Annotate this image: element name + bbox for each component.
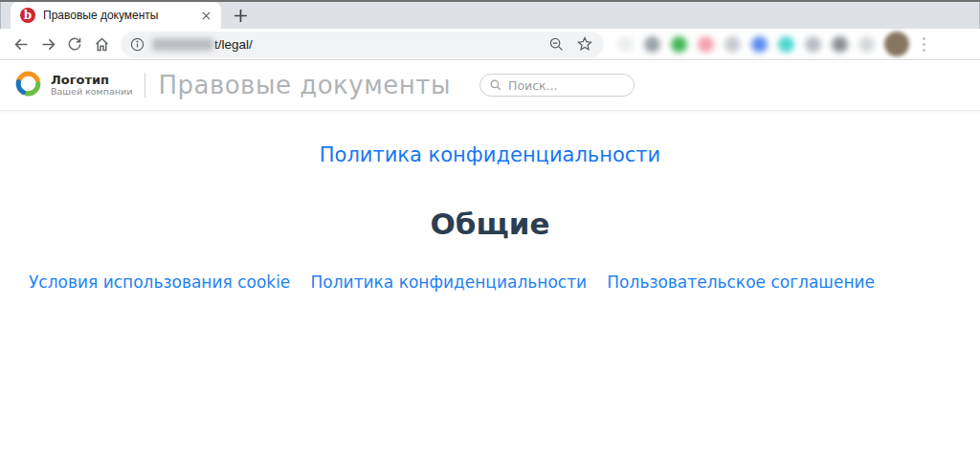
logo-title: Логотип [51, 74, 132, 87]
link-privacy-policy[interactable]: Политика конфиденциальности [311, 273, 588, 292]
extension-icon[interactable] [751, 36, 768, 53]
zoom-out-icon[interactable] [549, 37, 564, 52]
company-logo-icon[interactable] [13, 69, 43, 102]
extension-icon[interactable] [724, 36, 741, 53]
section-heading: Общие [0, 207, 980, 241]
blurred-domain [152, 38, 213, 51]
tab-strip: b Правовые документы [0, 2, 980, 29]
site-header: Логотип Вашей компании Правовые документ… [0, 60, 980, 111]
browser-toolbar: t/legal/ [0, 29, 980, 60]
document-links: Условия использования cookie Политика ко… [0, 273, 980, 292]
extension-icon[interactable] [698, 36, 714, 53]
back-icon[interactable] [8, 31, 34, 57]
site-search-box[interactable] [479, 74, 635, 97]
extensions-area [617, 36, 875, 53]
tab-close-icon[interactable] [198, 8, 213, 23]
logo-text: Логотип Вашей компании [51, 74, 132, 98]
new-tab-button[interactable] [227, 2, 254, 29]
extension-icon[interactable] [778, 36, 794, 53]
tab-title: Правовые документы [43, 9, 198, 22]
section-link-privacy-policy[interactable]: Политика конфиденциальности [0, 143, 980, 166]
link-user-agreement[interactable]: Пользовательское соглашение [607, 273, 875, 292]
profile-avatar[interactable] [884, 32, 909, 56]
extension-icon[interactable] [644, 36, 660, 53]
extension-icon[interactable] [805, 36, 821, 53]
site-favicon-icon: b [20, 8, 35, 23]
search-input[interactable] [508, 78, 624, 93]
home-icon[interactable] [88, 31, 115, 57]
browser-menu-icon[interactable] [919, 33, 929, 55]
link-cookie-terms[interactable]: Условия использования cookie [29, 273, 290, 292]
bookmark-star-icon[interactable] [577, 36, 592, 52]
header-divider [145, 73, 145, 98]
reload-icon[interactable] [61, 31, 88, 57]
page-info-icon[interactable] [130, 37, 145, 52]
address-bar[interactable]: t/legal/ [121, 32, 604, 57]
browser-tab[interactable]: b Правовые документы [11, 2, 221, 29]
extension-icon[interactable] [671, 36, 687, 53]
logo-subtitle: Вашей компании [51, 87, 132, 97]
forward-icon[interactable] [34, 31, 61, 57]
url-text: t/legal/ [214, 37, 253, 52]
page-title: Правовые документы [158, 71, 451, 99]
extension-icon[interactable] [832, 36, 848, 53]
extension-icon[interactable] [617, 36, 634, 53]
search-icon [490, 79, 501, 91]
extension-icon[interactable] [858, 36, 875, 53]
